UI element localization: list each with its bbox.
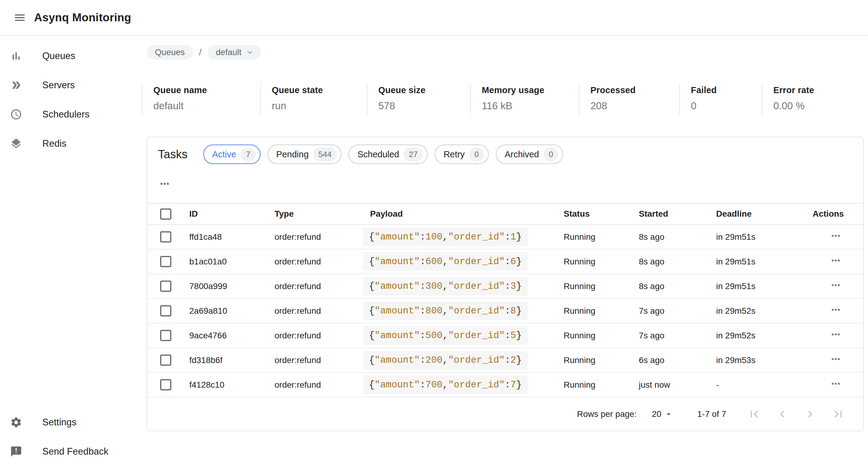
payload-key: "order_id" [448,256,505,267]
payload-punct: } [516,355,522,366]
cell-select [147,256,189,267]
cell-actions [813,353,863,367]
row-actions-button[interactable] [830,230,842,242]
chevron-left-icon [775,407,789,421]
payload-json: {"amount":300,"order_id":3} [363,277,528,295]
stat-failed: Failed0 [679,83,762,115]
payload-punct: : [505,355,511,366]
sidebar-bottom-nav: SettingsSend Feedback [0,408,147,466]
breadcrumb-root[interactable]: Queues [147,45,193,60]
clock-icon [10,108,22,121]
sidebar-nav: QueuesServersSchedulersRedis [0,36,147,158]
task-status: Running [564,306,639,316]
task-type: order:refund [275,306,363,316]
app-title: Asynq Monitoring [34,11,131,24]
row-checkbox[interactable] [160,256,172,267]
payload-punct: } [516,330,522,341]
row-actions-button[interactable] [830,353,842,365]
task-started: 6s ago [639,355,716,365]
payload-num: 200 [426,355,442,366]
pagination-controls [740,400,852,428]
sidebar-item-schedulers[interactable]: Schedulers [0,100,147,129]
payload-punct: , [442,256,448,267]
task-id: 9ace4766 [189,331,275,341]
row-checkbox[interactable] [160,354,172,366]
filter-archived[interactable]: Archived0 [496,145,563,164]
menu-button[interactable] [13,11,26,24]
filter-label: Archived [505,149,539,159]
payload-punct: } [516,281,522,291]
first-page-button[interactable] [740,400,768,428]
task-status: Running [564,331,639,341]
gear-icon [10,416,22,429]
more-horiz-icon [830,353,842,365]
row-actions-button[interactable] [830,254,842,267]
sidebar-item-servers[interactable]: Servers [0,71,147,100]
payload-key: "amount" [375,231,420,242]
task-deadline: in 29m53s [716,355,813,365]
sidebar-item-queues[interactable]: Queues [0,41,147,71]
row-checkbox[interactable] [160,231,172,243]
row-actions-button[interactable] [830,304,842,316]
task-type: order:refund [275,355,363,365]
payload-punct: { [369,231,375,242]
task-status: Running [564,380,639,390]
task-status: Running [564,257,639,267]
task-type: order:refund [275,380,363,390]
stat-value: 116 kB [482,100,579,112]
task-id: ffd1ca48 [189,232,275,242]
column-header-type: Type [275,209,363,219]
cell-actions [813,279,863,293]
payload-punct: , [442,306,448,316]
table-row: b1ac01a0order:refund{"amount":600,"order… [147,250,863,274]
cell-payload: {"amount":100,"order_id":1} [363,228,564,246]
cell-payload: {"amount":800,"order_id":8} [363,302,564,320]
more-horiz-icon [158,178,171,190]
row-checkbox[interactable] [160,305,172,316]
payload-punct: : [420,281,426,291]
stat-label: Processed [590,85,679,95]
filter-scheduled[interactable]: Scheduled27 [348,145,428,164]
filter-active[interactable]: Active7 [203,145,260,164]
row-actions-button[interactable] [830,328,842,341]
column-header-actions: Actions [813,209,864,219]
column-header-id: ID [189,209,275,219]
next-page-button[interactable] [796,400,824,428]
rows-per-page-select[interactable]: 20 [652,409,674,419]
cell-actions [813,304,863,318]
sidebar-item-redis[interactable]: Redis [0,129,147,158]
previous-page-button[interactable] [768,400,796,428]
menu-icon [13,11,26,24]
payload-punct: : [420,330,426,341]
select-all-checkbox[interactable] [160,209,172,220]
payload-num: 800 [426,306,442,316]
last-page-button[interactable] [824,400,852,428]
payload-key: "order_id" [448,330,505,341]
payload-punct: , [442,379,448,390]
bulk-actions-button[interactable] [158,178,171,190]
cell-select [147,379,189,391]
row-actions-button[interactable] [830,279,842,291]
stat-value: default [153,100,260,112]
sidebar-item-send-feedback[interactable]: Send Feedback [0,437,147,466]
filter-pending[interactable]: Pending544 [268,145,342,164]
row-checkbox[interactable] [160,330,172,341]
breadcrumb-queue-select[interactable]: default [208,45,261,60]
payload-num: 5 [510,330,516,341]
filter-count-badge: 0 [469,148,484,161]
layers-icon [10,137,22,150]
row-checkbox[interactable] [160,379,172,391]
chevron-down-icon [245,48,255,57]
column-header-deadline: Deadline [716,209,813,219]
sidebar-item-label: Settings [42,417,76,428]
cell-select [147,231,189,243]
filter-count-badge: 7 [241,148,255,161]
row-actions-button[interactable] [830,378,842,390]
sidebar-item-settings[interactable]: Settings [0,408,147,437]
row-checkbox[interactable] [160,281,172,292]
filter-retry[interactable]: Retry0 [435,145,489,164]
stat-queue-size: Queue size578 [367,83,470,115]
task-deadline: - [716,380,813,390]
payload-punct: { [369,306,375,316]
payload-key: "amount" [375,306,420,316]
